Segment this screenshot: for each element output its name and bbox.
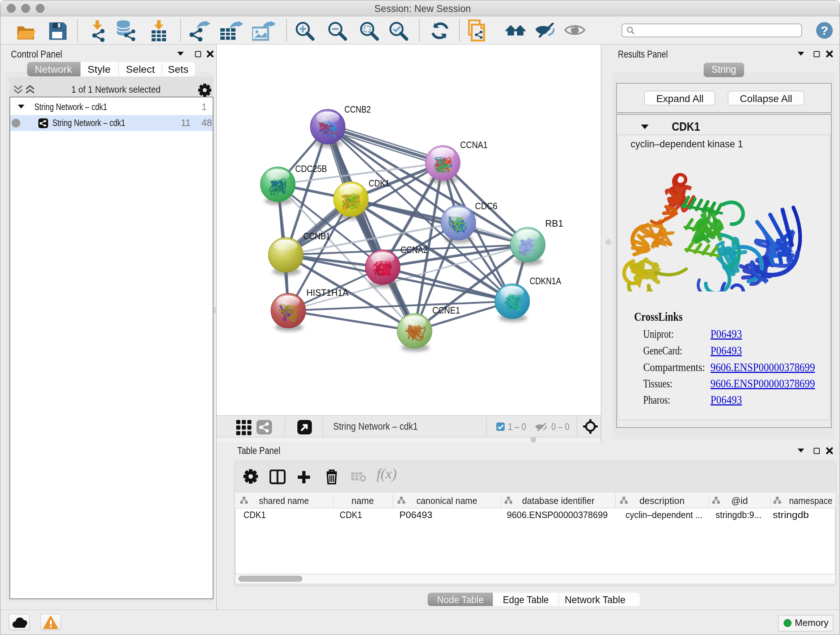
- svg-text:CCNB1: CCNB1: [303, 231, 330, 241]
- svg-text:CCNA2: CCNA2: [401, 244, 428, 255]
- svg-text:RB1: RB1: [545, 218, 563, 229]
- svg-text:CCNB2: CCNB2: [344, 104, 371, 115]
- svg-text:CCNA1: CCNA1: [460, 139, 488, 150]
- svg-text:CDC25B: CDC25B: [295, 163, 327, 174]
- svg-text:CDKN1A: CDKN1A: [530, 276, 561, 287]
- svg-text:CDK1: CDK1: [369, 178, 390, 188]
- svg-text:CDC6: CDC6: [475, 201, 497, 211]
- svg-text:CCNE1: CCNE1: [432, 305, 460, 316]
- svg-text:HIST1H1A: HIST1H1A: [306, 287, 349, 298]
